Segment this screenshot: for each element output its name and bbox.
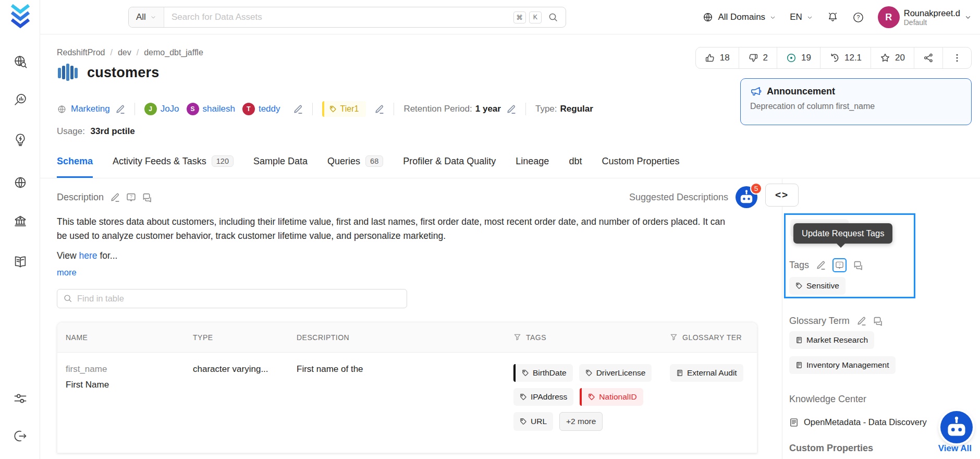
entity-stats-bar: 18 2 19 12.1 20 bbox=[695, 47, 972, 69]
owner-jojo[interactable]: J JoJo bbox=[144, 103, 179, 115]
svg-text:?: ? bbox=[130, 194, 132, 199]
explore-icon[interactable] bbox=[0, 54, 40, 69]
edit-tier-icon[interactable] bbox=[374, 104, 384, 114]
view-all-link[interactable]: View All bbox=[938, 443, 972, 454]
request-tags-button[interactable]: ? bbox=[832, 258, 847, 272]
tab-sample-data[interactable]: Sample Data bbox=[253, 156, 308, 178]
here-link[interactable]: here bbox=[79, 250, 97, 261]
search-scope-dropdown[interactable]: All bbox=[129, 7, 164, 27]
openmetadata-logo-icon[interactable] bbox=[10, 4, 30, 28]
left-sidebar bbox=[0, 0, 40, 459]
column-header-description[interactable]: DESCRIPTION bbox=[297, 333, 513, 342]
upvote-button[interactable]: 18 bbox=[696, 47, 739, 68]
tab-dbt[interactable]: dbt bbox=[569, 156, 582, 178]
owner-teddy[interactable]: T teddy bbox=[242, 103, 280, 115]
user-name: Rounakpreet.d bbox=[904, 8, 960, 18]
observability-icon[interactable] bbox=[0, 93, 40, 107]
tag-chip-ipaddress[interactable]: IPAddress bbox=[513, 388, 573, 406]
version-button[interactable]: 12.1 bbox=[820, 47, 871, 68]
views-button[interactable]: 19 bbox=[777, 47, 820, 68]
edit-retention-icon[interactable] bbox=[506, 104, 516, 114]
update-request-tags-tooltip: Update Request Tags bbox=[793, 223, 892, 244]
svg-text:?: ? bbox=[838, 262, 840, 267]
tab-queries[interactable]: Queries 68 bbox=[327, 155, 383, 178]
settings-icon[interactable] bbox=[0, 391, 40, 406]
language-dropdown[interactable]: EN bbox=[790, 12, 813, 22]
help-button[interactable]: ? bbox=[852, 11, 864, 23]
breadcrumb-schema[interactable]: demo_dbt_jaffle bbox=[144, 48, 203, 57]
user-menu[interactable]: R Rounakpreet.d Default bbox=[878, 6, 972, 28]
column-header-tags[interactable]: TAGS bbox=[526, 333, 546, 342]
tier-chip[interactable]: Tier1 bbox=[322, 101, 366, 117]
ai-chat-button[interactable] bbox=[940, 411, 973, 443]
logout-icon[interactable] bbox=[0, 429, 40, 443]
share-icon bbox=[923, 53, 934, 63]
follow-button[interactable]: 20 bbox=[871, 47, 914, 68]
glossary-chip-market-research[interactable]: Market Research bbox=[789, 331, 874, 349]
edit-description-icon[interactable] bbox=[110, 192, 120, 202]
tag-chip-driverlicense[interactable]: DriverLicense bbox=[579, 364, 652, 382]
tab-lineage[interactable]: Lineage bbox=[516, 156, 549, 178]
svg-text:?: ? bbox=[856, 14, 860, 20]
tab-custom-properties[interactable]: Custom Properties bbox=[602, 156, 679, 178]
more-actions-button[interactable] bbox=[943, 47, 971, 68]
upvote-count: 18 bbox=[720, 53, 730, 63]
breadcrumb-database[interactable]: dev bbox=[118, 48, 131, 57]
column-header-name[interactable]: NAME bbox=[57, 333, 193, 342]
description-more-link[interactable]: more bbox=[57, 268, 757, 277]
govern-icon[interactable] bbox=[0, 214, 40, 228]
robot-icon bbox=[940, 411, 973, 443]
downvote-button[interactable]: 2 bbox=[739, 47, 777, 68]
user-team: Default bbox=[904, 18, 960, 27]
glossary-conversation-icon[interactable] bbox=[873, 316, 883, 326]
column-header-glossary[interactable]: GLOSSARY TER bbox=[682, 333, 742, 342]
more-tags-button[interactable]: +2 more bbox=[559, 412, 603, 431]
column-header-type[interactable]: TYPE bbox=[193, 333, 297, 342]
tab-activity-feeds[interactable]: Activity Feeds & Tasks 120 bbox=[113, 155, 234, 178]
search-icon[interactable] bbox=[548, 12, 558, 22]
edit-tags-icon[interactable] bbox=[816, 260, 826, 270]
description-heading: Description bbox=[57, 192, 104, 203]
search-icon bbox=[63, 294, 72, 303]
user-avatar: R bbox=[878, 6, 900, 28]
description-conversation-icon[interactable] bbox=[142, 192, 152, 202]
domains-icon[interactable] bbox=[0, 175, 40, 190]
tab-schema[interactable]: Schema bbox=[57, 156, 93, 178]
domain-link[interactable]: Marketing bbox=[71, 104, 110, 114]
find-in-table bbox=[57, 289, 407, 308]
share-button[interactable] bbox=[914, 47, 943, 68]
tags-filter-icon[interactable] bbox=[513, 333, 521, 341]
tag-chip-birthdate[interactable]: BirthDate bbox=[513, 364, 573, 382]
ai-suggestions-button[interactable]: 5 bbox=[736, 186, 757, 208]
retention-label: Retention Period: bbox=[403, 104, 472, 114]
announcement-card[interactable]: Announcement Deprecation of column first… bbox=[740, 78, 972, 125]
help-circle-icon: ? bbox=[852, 11, 864, 23]
owner-shailesh[interactable]: S shailesh bbox=[187, 103, 235, 115]
glossary-chip-inventory-management[interactable]: Inventory Management bbox=[789, 356, 896, 374]
notifications-button[interactable] bbox=[827, 11, 839, 23]
search-input[interactable] bbox=[164, 12, 513, 22]
edit-domain-icon[interactable] bbox=[115, 104, 125, 114]
domains-dropdown[interactable]: All Domains bbox=[702, 11, 776, 23]
tag-chip-sensitive[interactable]: Sensitive bbox=[789, 277, 846, 295]
glossary-chip-external-audit[interactable]: External Audit bbox=[670, 364, 743, 382]
tags-conversation-icon[interactable] bbox=[853, 260, 863, 270]
breadcrumb-service[interactable]: RedshiftProd bbox=[57, 48, 105, 57]
expand-panel-button[interactable]: <> bbox=[765, 184, 799, 207]
learning-icon[interactable] bbox=[0, 255, 40, 269]
version-number: 12.1 bbox=[844, 53, 862, 63]
glossary-filter-icon[interactable] bbox=[670, 333, 678, 341]
request-description-icon[interactable]: ? bbox=[126, 192, 136, 202]
find-in-table-input[interactable] bbox=[57, 289, 407, 308]
queries-count-badge: 68 bbox=[365, 155, 383, 167]
edit-glossary-icon[interactable] bbox=[856, 316, 866, 326]
domain-globe-icon bbox=[57, 104, 67, 114]
glossary-term-heading: Glossary Term bbox=[789, 316, 850, 327]
tag-chip-url[interactable]: URL bbox=[513, 412, 553, 431]
tab-profiler[interactable]: Profiler & Data Quality bbox=[403, 156, 496, 178]
insights-icon[interactable] bbox=[0, 132, 40, 147]
schema-table: NAME TYPE DESCRIPTION TAGS GLOSSARY TER bbox=[57, 322, 757, 453]
tag-chip-nationalid[interactable]: NationalID bbox=[580, 388, 643, 406]
avatar: S bbox=[187, 103, 199, 115]
edit-owners-icon[interactable] bbox=[293, 104, 303, 114]
